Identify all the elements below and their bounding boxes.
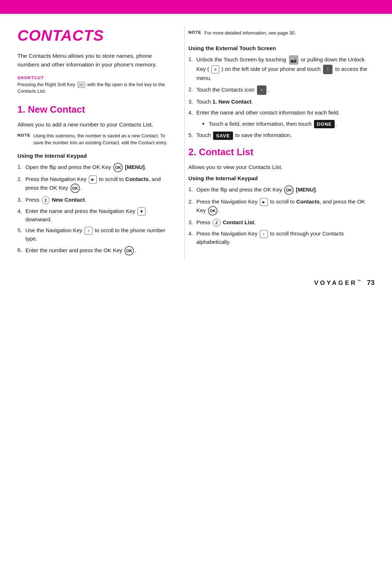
nav-updown-icon-2: ↕ <box>260 230 268 238</box>
footer-tm: ™ <box>357 279 363 283</box>
num-2-key: 2 <box>213 219 221 227</box>
external-screen-list: 1. Unlock the Touch Screen by touching 📷… <box>188 55 375 140</box>
internal-keypad-list-2: 1. Open the flip and press the OK Key OK… <box>188 185 375 246</box>
right-soft-key-icon: — <box>77 82 85 88</box>
done-button: DONE <box>314 120 335 129</box>
internal-keypad-title-2: Using the Internal Keypad <box>188 175 375 182</box>
section2-body: Allows you to view your Contacts List. <box>188 163 375 172</box>
ok-key-icon: OK <box>113 163 123 172</box>
internal-keypad-list-1: 1. Open the flip and press the OK Key OK… <box>17 163 170 255</box>
footer: VOYAGER™ 73 <box>0 270 392 295</box>
list-item: 6. Enter the number and press the OK Key… <box>17 246 170 255</box>
list-item: 1. Unlock the Touch Screen by touching 📷… <box>188 55 375 82</box>
list-item: 1. Open the flip and press the OK Key OK… <box>188 185 375 195</box>
num-1-key: 1 <box>42 196 50 204</box>
footer-brand: VOYAGER™ <box>314 279 362 287</box>
ok-key-icon-4: OK <box>284 185 294 195</box>
list-item: 4. Press the Navigation Key ↕ to scroll … <box>188 230 375 246</box>
list-item: 5. Use the Navigation Key ↕ to scroll to… <box>17 226 170 243</box>
note-label-1: NOTE <box>17 133 30 146</box>
footer-page: 73 <box>367 279 375 287</box>
list-item: 2. Press the Navigation Key ► to scroll … <box>17 175 170 193</box>
list-item: 2. Touch the Contacts icon C. <box>188 85 375 95</box>
note-text-right: For more detailed information, see page … <box>204 30 296 36</box>
shortcut-text: Pressing the Right Soft Key — with the f… <box>17 81 170 94</box>
list-item: 4. Enter the name and press the Navigati… <box>17 207 170 224</box>
unlock-key-icon: ≡ <box>211 65 219 73</box>
ok-key-icon-5: OK <box>208 206 217 215</box>
external-screen-title: Using the External Touch Screen <box>188 45 375 52</box>
internal-keypad-title-1: Using the Internal Keypad <box>17 153 170 159</box>
list-item: 2. Press the Navigation Key ► to scroll … <box>188 198 375 215</box>
right-note: NOTE For more detailed information, see … <box>188 30 375 36</box>
top-bar <box>0 0 392 14</box>
ok-key-icon-3: OK <box>124 246 134 255</box>
ok-key-icon-2: OK <box>70 184 80 193</box>
note-label-right: NOTE <box>188 30 201 36</box>
list-item: 5. Touch SAVE to save the information. <box>188 131 375 140</box>
section2-title: 2. Contact List <box>188 146 375 158</box>
nav-right-icon-2: ► <box>260 198 268 206</box>
grid-touch-icon: ⁝ <box>323 65 332 74</box>
save-button: SAVE <box>213 132 233 140</box>
unlock-touch-icon: 📷 <box>289 55 298 65</box>
intro-text: The Contacts Menu allows you to store na… <box>17 52 170 69</box>
nav-updown-icon: ↕ <box>85 227 93 235</box>
page-title: CONTACTS <box>17 27 170 44</box>
section1-title: 1. New Contact <box>17 104 170 115</box>
list-item: 4. Enter the name and other contact info… <box>188 109 375 117</box>
shortcut-box: SHORTCUT Pressing the Right Soft Key — w… <box>17 76 170 94</box>
list-item: 3. Touch 1. New Contact. <box>188 98 375 106</box>
list-item: 3. Press 1 New Contact. <box>17 196 170 204</box>
bullet-item: • Touch a field, enter information, then… <box>202 120 375 129</box>
section1-note: NOTE Using this submenu, the number is s… <box>17 133 170 146</box>
nav-right-icon: ► <box>89 176 97 184</box>
list-item: 1. Open the flip and press the OK Key OK… <box>17 163 170 172</box>
section1-body: Allows you to add a new number to your C… <box>17 120 170 129</box>
contacts-icon: C <box>257 85 266 95</box>
list-item: 3. Press 2 Contact List. <box>188 218 375 227</box>
note-text-1: Using this submenu, the number is saved … <box>33 133 170 146</box>
shortcut-label: SHORTCUT <box>17 76 170 80</box>
bullet-list: • Touch a field, enter information, then… <box>196 120 375 129</box>
nav-down-icon: ▼ <box>138 208 146 215</box>
